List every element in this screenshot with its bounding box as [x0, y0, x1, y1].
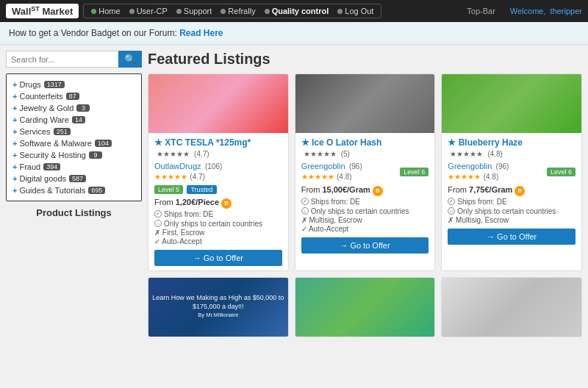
category-item-guides--tutorials[interactable]: + Guides & Tutorials 695: [12, 184, 135, 196]
category-item-software--malware[interactable]: + Software & Malware 104: [12, 137, 135, 149]
top-bar: WallST Market Home User-CP Support Refra…: [0, 0, 588, 22]
category-item-jewelry--gold[interactable]: + Jewelry & Gold 3: [12, 102, 135, 114]
vendor-row: Greengoblin (96) ★★★★★ (4.8) Level 6: [448, 161, 576, 182]
product-stars: ★★★★★ (4.8): [448, 149, 576, 158]
product-card-blueberry-haze: ★ Blueberry Haze ★★★★★ (4.8) Greengoblin…: [441, 73, 582, 271]
ships-from-icon: ✓: [448, 198, 455, 205]
ships-to-text: Only ships to certain countries: [457, 207, 556, 215]
price-row: From 1,20€/Piece B: [154, 198, 282, 209]
category-badge: 394: [43, 163, 60, 170]
vendor-stars: ★★★★★: [154, 173, 187, 181]
nav-logout[interactable]: Log Out: [333, 5, 378, 17]
category-item-carding-ware[interactable]: + Carding Ware 14: [12, 114, 135, 126]
category-badge: 3: [76, 104, 90, 112]
nav-quality-control[interactable]: Quality control: [260, 5, 334, 17]
info-bar: How to get a Vendor Badget on our Forum:…: [0, 22, 588, 45]
nav-support[interactable]: Support: [172, 5, 217, 17]
welcome-text: Welcome, theripper: [510, 7, 582, 15]
vendor-name[interactable]: Greengoblin: [448, 162, 492, 170]
search-button[interactable]: 🔍: [118, 51, 142, 68]
price-value: 15,00€/Gram: [322, 185, 370, 194]
category-label: Counterfeits: [19, 92, 62, 101]
user-icon: [129, 9, 135, 14]
nav-logout-label: Log Out: [345, 7, 373, 15]
category-badge: 587: [69, 175, 86, 182]
go-to-offer-button[interactable]: → Go to Offer: [301, 237, 429, 254]
stars-icon: ★★★★★: [157, 150, 190, 158]
nav-user-cp-label: User-CP: [137, 7, 168, 15]
nav-home[interactable]: Home: [87, 5, 124, 17]
product-grid: ★ XTC TESLA *125mg* ★★★★★ (4.7) OutlawDr…: [148, 73, 582, 271]
from-label: From: [154, 198, 176, 206]
product-image: [295, 74, 435, 133]
ships-from-text: Ships from: DE: [311, 198, 360, 206]
vendor-count: (96): [349, 162, 362, 170]
ad-image: Learn How we Making as High as $50,000 t…: [148, 278, 288, 337]
sidebar-title: Product Listings: [6, 207, 142, 218]
product-image: [148, 74, 288, 133]
search-input[interactable]: [6, 51, 118, 68]
ships-from-icon: ✓: [301, 198, 309, 205]
category-item-drugs[interactable]: + Drugs 1317: [12, 79, 135, 90]
category-badge: 251: [54, 128, 71, 135]
stars-icon: ★★★★★: [450, 150, 483, 158]
vendor-name[interactable]: OutlawDrugz: [154, 162, 201, 170]
vendor-info: OutlawDrugz (106) ★★★★★ (4.7): [154, 161, 222, 182]
category-badge: 87: [66, 93, 79, 100]
go-to-offer-button[interactable]: → Go to Offer: [448, 229, 576, 245]
card-body: ★ Blueberry Haze ★★★★★ (4.8) Greengoblin…: [442, 133, 581, 249]
home-icon: [91, 9, 96, 14]
vendor-stars: ★★★★★: [448, 173, 481, 181]
category-label: Software & Malware: [19, 139, 91, 148]
product-stars: ★★★★★ (4.7): [154, 149, 282, 158]
category-item-services[interactable]: + Services 251: [12, 126, 135, 137]
ships-to-text: Only ships to certain countries: [164, 220, 262, 228]
extra1-row: ✗ Multisig, Escrow: [301, 216, 429, 224]
go-to-offer-button[interactable]: → Go to Offer: [154, 250, 282, 266]
support-icon: [176, 9, 182, 14]
ships-to-row: ○ Only ships to certain countries: [301, 207, 429, 215]
trusted-badge: Trusted: [187, 185, 216, 194]
product-title[interactable]: ★ XTC TESLA *125mg*: [154, 137, 282, 148]
category-item-fraud[interactable]: + Fraud 394: [12, 161, 135, 173]
vendor-stars: ★★★★★: [301, 173, 334, 181]
category-item-digital-goods[interactable]: + Digital goods 587: [12, 173, 135, 184]
rating-value: (4.8): [487, 150, 503, 158]
extra1-row: ✗ Multisig, Escrow: [448, 216, 576, 224]
category-badge: 1317: [44, 81, 65, 88]
top-bar-right: Top-Bar Welcome, theripper: [467, 7, 582, 15]
category-plus-icon: +: [12, 80, 17, 89]
logo[interactable]: WallST Market: [6, 4, 79, 18]
logo-sup: ST: [31, 5, 40, 12]
category-item-security--hosting[interactable]: + Security & Hosting 9: [12, 149, 135, 161]
green-image: [295, 278, 435, 337]
category-plus-icon: +: [12, 186, 17, 195]
price-row: From 7,75€/Gram B: [448, 185, 576, 196]
category-label: Jewelry & Gold: [19, 104, 74, 112]
btc-icon: B: [514, 186, 525, 196]
ships-from-text: Ships from: DE: [457, 198, 506, 206]
product-title[interactable]: ★ Ice O Lator Hash: [301, 137, 429, 148]
vendor-count: (106): [205, 162, 222, 170]
badges: Level 6: [547, 166, 576, 176]
nav-user-cp[interactable]: User-CP: [125, 5, 172, 17]
ships-to-text: Only ships to certain countries: [311, 207, 409, 215]
product-title[interactable]: ★ Blueberry Haze: [448, 137, 576, 148]
nav-refrally[interactable]: Refrally: [216, 5, 259, 17]
btc-icon: B: [373, 186, 383, 196]
info-bar-link[interactable]: Read Here: [179, 28, 223, 38]
vendor-name[interactable]: Greengoblin: [301, 162, 345, 170]
vendor-count: (96): [496, 162, 509, 170]
from-label: From: [448, 185, 469, 194]
ships-to-row: ○ Only ships to certain countries: [154, 220, 282, 228]
level-badge: Level 5: [154, 185, 183, 194]
category-badge: 14: [72, 116, 85, 123]
rating-value: (5): [341, 150, 350, 158]
vendor-rating: (4.8): [337, 173, 352, 181]
price-row: From 15,00€/Gram B: [301, 185, 429, 196]
ships-from-icon: ✓: [154, 210, 162, 218]
card-body: ★ Ice O Lator Hash ★★★★★ (5) Greengoblin…: [295, 133, 435, 258]
category-item-counterfeits[interactable]: + Counterfeits 87: [12, 90, 135, 102]
bottom-card-green: [295, 277, 436, 337]
vendor-rating: (4.7): [190, 173, 205, 181]
